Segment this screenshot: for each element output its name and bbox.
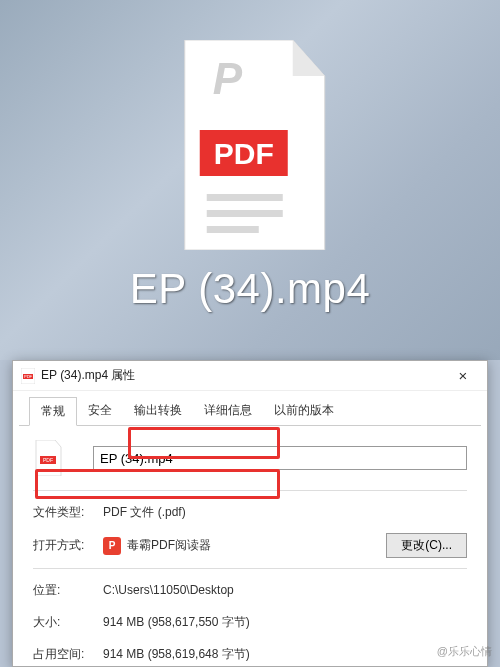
svg-rect-3	[207, 194, 283, 201]
tab-previous[interactable]: 以前的版本	[263, 397, 345, 425]
divider	[33, 490, 467, 491]
change-button[interactable]: 更改(C)...	[386, 533, 467, 558]
svg-rect-5	[207, 226, 259, 233]
label-filetype: 文件类型:	[33, 504, 103, 521]
svg-text:P: P	[213, 54, 243, 103]
filename-input[interactable]	[93, 446, 467, 470]
row-size: 大小: 914 MB (958,617,550 字节)	[33, 611, 467, 633]
label-size: 大小:	[33, 614, 103, 631]
value-filetype: PDF 文件 (.pdf)	[103, 504, 467, 521]
divider	[33, 568, 467, 569]
row-size-on-disk: 占用空间: 914 MB (958,619,648 字节)	[33, 643, 467, 665]
svg-text:PDF: PDF	[214, 137, 274, 170]
tab-security[interactable]: 安全	[77, 397, 123, 425]
close-button[interactable]: ×	[447, 361, 479, 390]
desktop-file-label: EP (34).mp4	[130, 265, 371, 313]
filename-row: PDF	[33, 440, 467, 476]
value-opens-with: 毒霸PDF阅读器	[127, 537, 211, 554]
desktop-file[interactable]: P PDF EP (34).mp4	[130, 40, 371, 313]
tabs: 常规 安全 输出转换 详细信息 以前的版本	[19, 391, 481, 426]
row-filetype: 文件类型: PDF 文件 (.pdf)	[33, 501, 467, 523]
row-opens-with: 打开方式: P 毒霸PDF阅读器 更改(C)...	[33, 533, 467, 558]
desktop-background: P PDF EP (34).mp4	[0, 0, 500, 360]
watermark: @乐乐心情	[437, 644, 492, 659]
value-location: C:\Users\11050\Desktop	[103, 583, 467, 597]
tab-output[interactable]: 输出转换	[123, 397, 193, 425]
app-icon: P	[103, 537, 121, 555]
dialog-title: EP (34).mp4 属性	[41, 367, 447, 384]
pdf-file-icon: P PDF	[165, 40, 335, 250]
label-opens-with: 打开方式:	[33, 537, 103, 554]
titlebar-pdf-icon: PDF	[21, 368, 35, 384]
value-size-on-disk: 914 MB (958,619,648 字节)	[103, 646, 467, 663]
label-size-on-disk: 占用空间:	[33, 646, 103, 663]
properties-dialog: PDF EP (34).mp4 属性 × 常规 安全 输出转换 详细信息 以前的…	[12, 360, 488, 667]
svg-rect-4	[207, 210, 283, 217]
tab-details[interactable]: 详细信息	[193, 397, 263, 425]
file-type-icon: PDF	[33, 440, 63, 476]
svg-text:PDF: PDF	[24, 374, 33, 379]
row-location: 位置: C:\Users\11050\Desktop	[33, 579, 467, 601]
tab-general[interactable]: 常规	[29, 397, 77, 426]
svg-text:PDF: PDF	[43, 457, 53, 463]
value-size: 914 MB (958,617,550 字节)	[103, 614, 467, 631]
label-location: 位置:	[33, 582, 103, 599]
dialog-content: PDF 文件类型: PDF 文件 (.pdf) 打开方式: P 毒霸PDF阅读器…	[13, 426, 487, 667]
titlebar: PDF EP (34).mp4 属性 ×	[13, 361, 487, 391]
